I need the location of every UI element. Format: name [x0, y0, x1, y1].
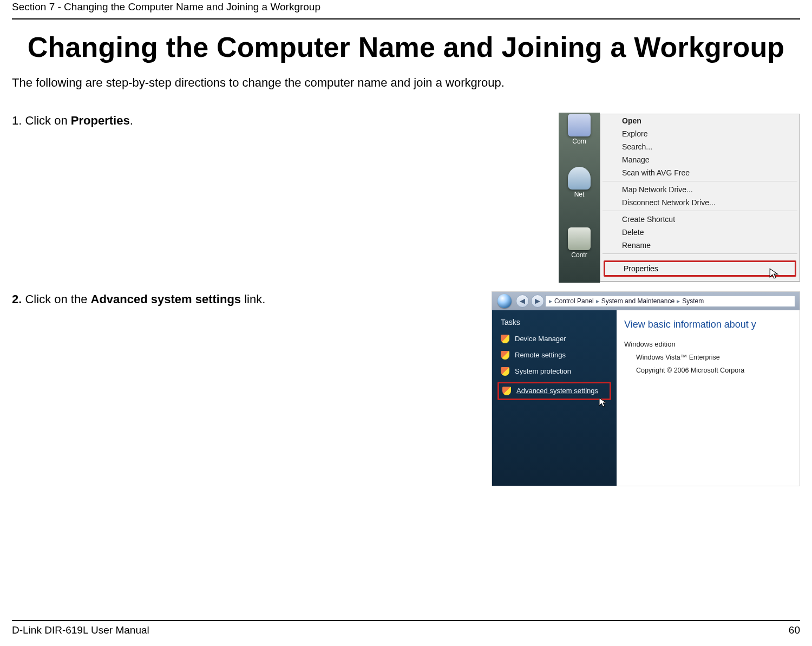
shield-icon: [502, 387, 511, 395]
chevron-right-icon: ▸: [677, 297, 680, 305]
windows-edition-value: Windows Vista™ Enterprise: [636, 354, 792, 361]
tasks-title: Tasks: [492, 318, 617, 331]
menu-item-map-drive[interactable]: Map Network Drive...: [600, 183, 800, 196]
info-heading: View basic information about y: [624, 319, 792, 330]
desktop-label: Contr: [562, 251, 597, 259]
step-2-bold: Advanced system settings: [91, 292, 241, 306]
system-info-pane: View basic information about y Windows e…: [617, 310, 800, 486]
task-label: Device Manager: [515, 335, 566, 343]
page-title: Changing the Computer Name and Joining a…: [12, 31, 800, 64]
footer-page-number: 60: [789, 624, 800, 636]
footer-manual: D-Link DIR-619L User Manual: [12, 624, 149, 636]
shield-icon: [501, 351, 509, 360]
desktop-icon-network[interactable]: Net: [562, 167, 597, 198]
windows-edition-label: Windows edition: [624, 340, 792, 348]
task-remote-settings[interactable]: Remote settings: [492, 347, 617, 363]
task-label: System protection: [515, 367, 571, 375]
task-label: Remote settings: [515, 351, 566, 359]
intro-text: The following are step-by-step direction…: [12, 76, 800, 90]
control-panel-icon: [568, 227, 591, 250]
menu-item-rename[interactable]: Rename: [600, 239, 800, 252]
step-1-prefix: 1. Click on: [12, 114, 71, 127]
task-advanced-highlighted: Advanced system settings: [497, 382, 611, 400]
step-2-number: 2.: [12, 292, 22, 306]
step-1-suffix: .: [130, 114, 133, 127]
step-1-row: 1. Click on Properties. Com Net Contr Op…: [12, 113, 800, 283]
screenshot-system-window: ◀ ▶ ▸ Control Panel ▸ System and Mainten…: [492, 291, 800, 486]
nav-buttons: ◀ ▶: [516, 295, 544, 308]
menu-item-search[interactable]: Search...: [600, 140, 800, 153]
chevron-right-icon: ▸: [596, 297, 599, 305]
menu-item-properties-highlighted[interactable]: Properties: [604, 260, 796, 277]
task-system-protection[interactable]: System protection: [492, 363, 617, 380]
step-2-mid: Click on the: [22, 292, 90, 306]
context-menu: Open Explore Search... Manage Scan with …: [600, 114, 800, 282]
shield-icon: [501, 367, 509, 376]
menu-item-delete[interactable]: Delete: [600, 226, 800, 239]
desktop-icon-control-panel[interactable]: Contr: [562, 227, 597, 259]
step-1-text: 1. Click on Properties.: [12, 113, 559, 129]
cursor-icon: [769, 267, 781, 279]
desktop-strip: Com Net Contr: [559, 113, 600, 283]
step-2-text: 2. Click on the Advanced system settings…: [12, 291, 492, 308]
desktop-label: Com: [562, 138, 597, 145]
cursor-icon: [598, 397, 609, 408]
menu-item-disconnect-drive[interactable]: Disconnect Network Drive...: [600, 196, 800, 209]
shield-icon: [501, 335, 509, 343]
copyright-line: Copyright © 2006 Microsoft Corpora: [636, 367, 792, 374]
menu-separator: [603, 253, 797, 254]
menu-item-explore[interactable]: Explore: [600, 127, 800, 140]
window-titlebar: ◀ ▶ ▸ Control Panel ▸ System and Mainten…: [492, 292, 800, 310]
menu-item-scan-avg[interactable]: Scan with AVG Free: [600, 166, 800, 179]
breadcrumb[interactable]: ▸ Control Panel ▸ System and Maintenance…: [545, 295, 795, 307]
menu-item-manage[interactable]: Manage: [600, 153, 800, 166]
task-device-manager[interactable]: Device Manager: [492, 331, 617, 347]
desktop-icon-computer[interactable]: Com: [562, 114, 597, 145]
task-label: Advanced system settings: [516, 387, 598, 395]
menu-item-create-shortcut[interactable]: Create Shortcut: [600, 213, 800, 226]
start-orb-icon[interactable]: [497, 294, 512, 308]
forward-button[interactable]: ▶: [531, 295, 544, 308]
menu-separator: [603, 181, 797, 181]
chevron-right-icon: ▸: [549, 297, 552, 305]
menu-item-open[interactable]: Open: [600, 114, 800, 127]
section-header: Section 7 - Changing the Computer Name a…: [12, 0, 800, 19]
network-icon: [568, 167, 591, 190]
step-1-bold: Properties: [71, 114, 130, 127]
step-2-suffix: link.: [241, 292, 265, 306]
task-advanced-system-settings[interactable]: Advanced system settings: [499, 383, 610, 399]
back-button[interactable]: ◀: [516, 295, 529, 308]
step-2-row: 2. Click on the Advanced system settings…: [12, 291, 800, 486]
breadcrumb-item[interactable]: System and Maintenance: [601, 297, 675, 305]
computer-icon: [568, 114, 591, 136]
menu-separator: [603, 211, 797, 211]
page-footer: D-Link DIR-619L User Manual 60: [12, 620, 800, 636]
breadcrumb-item[interactable]: Control Panel: [554, 297, 594, 305]
breadcrumb-item[interactable]: System: [682, 297, 704, 305]
desktop-label: Net: [562, 191, 597, 198]
screenshot-context-menu: Com Net Contr Open Explore Search... Man…: [559, 113, 800, 283]
